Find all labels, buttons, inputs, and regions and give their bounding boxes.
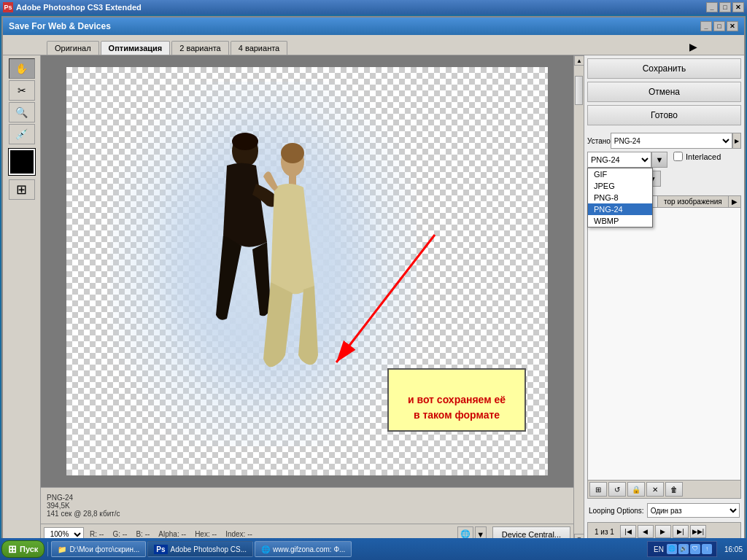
tab-2variants[interactable]: 2 варианта [171, 41, 229, 55]
taskbar-item-folder-label: D:\Мои фото\скрин... [69, 545, 139, 553]
canvas-size: 394,5K [47, 502, 568, 510]
scroll-up[interactable]: ▲ [574, 55, 584, 66]
anim-first[interactable]: |◀ [620, 525, 636, 538]
network-icon: 🌐 [667, 544, 677, 554]
red-arrow [322, 228, 438, 373]
taskbar-item-browser-label: www.gifzona.com: Ф... [273, 545, 345, 553]
ct-btn-3[interactable]: 🔒 [627, 482, 645, 497]
tab-image-size[interactable]: тор изображения [658, 196, 729, 207]
system-clock: 16:05 [720, 545, 743, 553]
left-toolbar: ✋ ✂ 🔍 💉 ⊞ [3, 55, 41, 544]
cancel-button[interactable]: Отмена [587, 82, 741, 102]
right-panel: Сохранить Отмена Готово Устано PNG-24 ▶ [584, 55, 744, 544]
tabs-container: Оригинал Оптимизация 2 варианта 4 вариан… [3, 35, 744, 55]
taskbar-right: EN 🌐 🔊 🛡 ↑ 16:05 [647, 541, 746, 557]
canvas: и вот сохраняем её в таком формате [66, 67, 548, 475]
photoshop-icon: Ps [154, 545, 167, 554]
interlaced-row: Interlaced [673, 152, 721, 161]
lang-indicator: EN [652, 545, 665, 553]
taskbar: ⊞ Пуск 📁 D:\Мои фото\скрин... Ps Adobe P… [0, 538, 747, 560]
pixel-info: R: -- G: -- B: -- Alpha: -- Hex: -- Inde… [90, 530, 452, 538]
anim-prev[interactable]: ◀ [638, 525, 654, 538]
scroll-track [574, 66, 584, 534]
format-option-gif[interactable]: GIF [588, 168, 652, 180]
dialog-maximize[interactable]: □ [713, 21, 725, 31]
taskbar-item-ps-label: Adobe Photoshop CS... [171, 545, 247, 553]
hand-tool[interactable]: ✋ [9, 58, 35, 79]
format-option-jpeg[interactable]: JPEG [588, 180, 652, 192]
close-button[interactable]: ✕ [732, 2, 744, 12]
canvas-info: PNG-24 394,5K 141 сек @ 28,8 кбит/с [41, 487, 573, 524]
anim-last[interactable]: ▶▶| [690, 525, 706, 538]
antivirus-icon: 🛡 [690, 544, 700, 554]
format-select-row: PNG-24 ▼ [587, 152, 667, 168]
canvas-area: и вот сохраняем её в таком формате PNG-2… [41, 55, 573, 544]
dialog-close[interactable]: ✕ [727, 21, 738, 31]
format-dropdown-arrow[interactable]: ▼ [651, 152, 667, 168]
g-value: G: -- [112, 530, 127, 538]
annotation-box: и вот сохраняем её в таком формате [387, 368, 526, 432]
color-table-body [587, 207, 741, 481]
interlaced-checkbox[interactable] [673, 152, 683, 161]
b-value: B: -- [136, 530, 150, 538]
volume-icon: 🔊 [678, 544, 689, 554]
ct-toolbar: ⊞ ↺ 🔒 ✕ 🗑 [587, 481, 741, 499]
system-tray: EN 🌐 🔊 🛡 ↑ [647, 541, 717, 557]
looping-label: Looping Options: [589, 507, 644, 515]
ct-options-arrow[interactable]: ▶ [729, 196, 740, 207]
preset-select[interactable]: PNG-24 [611, 133, 732, 149]
hex-value: Hex: -- [195, 530, 217, 538]
tab-4variants[interactable]: 4 варианта [231, 41, 288, 55]
annotation-text: и вот сохраняем её в таком формате [408, 394, 506, 421]
format-option-png8[interactable]: PNG-8 [588, 192, 652, 203]
tab-optimized[interactable]: Оптимизация [101, 41, 171, 55]
title-bar: Ps Adobe Photoshop CS3 Extended _ □ ✕ [0, 0, 747, 15]
index-value: Index: -- [225, 530, 252, 538]
folder-icon: 📁 [58, 545, 66, 553]
svg-point-2 [232, 133, 258, 150]
format-dropdown-container: PNG-24 ▼ GIF JPEG PNG-8 PNG-24 WBMP [587, 152, 667, 168]
ct-btn-1[interactable]: ⊞ [589, 482, 607, 497]
scroll-thumb[interactable] [575, 76, 583, 105]
slice-tool[interactable]: ✂ [9, 80, 35, 101]
preset-label: Устано [587, 137, 611, 145]
canvas-time: 141 сек @ 28,8 кбит/с [47, 510, 568, 518]
browser-icon-tray: 🌐 [261, 545, 270, 553]
svg-point-4 [281, 143, 304, 163]
preset-options-arrow[interactable]: ▶ [732, 133, 741, 149]
ct-btn-2[interactable]: ↺ [608, 482, 626, 497]
taskbar-item-browser[interactable]: 🌐 www.gifzona.com: Ф... [255, 541, 352, 557]
dialog-title-bar: Save For Web & Devices _ □ ✕ [3, 18, 744, 35]
color-table-section: Таблица цветов тор изображения ▶ ⊞ ↺ 🔒 ✕… [587, 195, 741, 499]
preset-row: Устано PNG-24 ▶ [587, 133, 741, 149]
ct-btn-4[interactable]: ✕ [646, 482, 664, 497]
toggle-view[interactable]: ⊞ [9, 179, 35, 200]
taskbar-item-folder[interactable]: 📁 D:\Мои фото\скрин... [51, 541, 146, 557]
done-button[interactable]: Готово [587, 105, 741, 125]
alpha-value: Alpha: -- [158, 530, 186, 538]
ct-btn-5[interactable]: 🗑 [665, 482, 683, 497]
format-options: Interlaced [673, 152, 721, 166]
start-button[interactable]: ⊞ Пуск [1, 540, 44, 558]
eyedropper-tool[interactable]: 💉 [9, 124, 35, 144]
format-select[interactable]: PNG-24 [587, 152, 651, 168]
color-swatch[interactable] [9, 149, 35, 175]
taskbar-item-photoshop[interactable]: Ps Adobe Photoshop CS... [147, 541, 253, 557]
minimize-button[interactable]: _ [706, 2, 718, 12]
ps-icon: Ps [3, 2, 13, 12]
annotation-container: и вот сохраняем её в таком формате [387, 368, 526, 432]
save-button[interactable]: Сохранить [587, 58, 741, 79]
anim-play[interactable]: ▶ [655, 525, 671, 538]
maximize-button[interactable]: □ [719, 2, 731, 12]
tab-original[interactable]: Оригинал [47, 41, 99, 55]
zoom-tool[interactable]: 🔍 [9, 102, 35, 122]
svg-line-7 [336, 235, 435, 362]
dialog-minimize[interactable]: _ [700, 21, 712, 31]
format-option-png24[interactable]: PNG-24 [588, 203, 652, 215]
format-option-wbmp[interactable]: WBMP [588, 215, 652, 227]
tabs-arrow[interactable]: ▶ [689, 41, 700, 52]
main-content: ✋ ✂ 🔍 💉 ⊞ [3, 55, 744, 544]
taskbar-divider-1 [47, 542, 48, 556]
looping-select[interactable]: Один раз [647, 503, 740, 518]
anim-next[interactable]: ▶| [673, 525, 689, 538]
